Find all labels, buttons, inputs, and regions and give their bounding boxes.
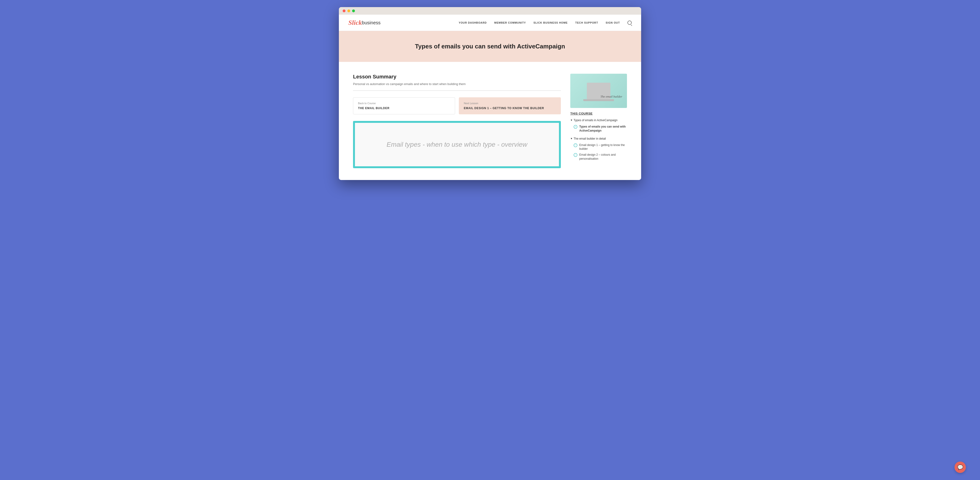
- browser-dot-yellow[interactable]: [347, 10, 350, 12]
- sidebar: The email builder THIS COURSE ▼ Types of…: [570, 74, 627, 165]
- site-header: Slick business YOUR DASHBOARD MEMBER COM…: [339, 14, 641, 31]
- back-course-card[interactable]: Back to Course THE EMAIL BUILDER: [353, 97, 455, 114]
- back-card-title: THE EMAIL BUILDER: [358, 107, 450, 110]
- check-icon-2-1: [574, 144, 578, 147]
- logo-slick: Slick: [348, 19, 362, 27]
- content-column: Lesson Summary Personal vs automation vs…: [353, 74, 561, 168]
- lesson-summary-desc: Personal vs automation vs campaign email…: [353, 82, 561, 86]
- nav-item-community[interactable]: MEMBER COMMUNITY: [494, 21, 526, 24]
- course-item-2-2[interactable]: Email design 2 – colours and personalisa…: [570, 152, 627, 162]
- section-toggle-1[interactable]: ▼ Types of emails in ActiveCampaign: [570, 119, 627, 122]
- course-item-label-2-1: Email design 1 – getting to know the bui…: [579, 143, 627, 151]
- page-hero: Types of emails you can send with Active…: [339, 31, 641, 62]
- nav-item-signout[interactable]: SIGN OUT: [606, 21, 620, 24]
- browser-dot-red[interactable]: [343, 10, 345, 12]
- logo-business: business: [362, 20, 381, 26]
- course-item-1-1[interactable]: Types of emails you can send with Active…: [570, 124, 627, 134]
- browser-dot-green[interactable]: [352, 10, 355, 12]
- chat-button[interactable]: 💬: [955, 462, 966, 473]
- browser-toolbar: [339, 7, 641, 14]
- course-section-2: ▼ The email builder in detail Email desi…: [570, 137, 627, 162]
- thumbnail-label: The email builder: [600, 95, 622, 99]
- logo: Slick business: [348, 19, 381, 27]
- course-section-1: ▼ Types of emails in ActiveCampaign Type…: [570, 119, 627, 134]
- browser-window: Slick business YOUR DASHBOARD MEMBER COM…: [339, 7, 641, 180]
- toggle-arrow-2: ▼: [570, 137, 573, 140]
- nav-item-dashboard[interactable]: YOUR DASHBOARD: [458, 21, 487, 24]
- video-text: Email types - when to use which type - o…: [387, 140, 527, 149]
- search-icon[interactable]: [627, 21, 632, 25]
- page-title: Types of emails you can send with Active…: [348, 43, 632, 50]
- course-item-label-2-2: Email design 2 – colours and personalisa…: [579, 153, 627, 161]
- course-item-2-1[interactable]: Email design 1 – getting to know the bui…: [570, 142, 627, 152]
- next-lesson-card[interactable]: Next Lesson EMAIL DESIGN 1 – GETTING TO …: [459, 97, 561, 114]
- next-card-title: EMAIL DESIGN 1 – GETTING TO KNOW THE BUI…: [464, 107, 556, 110]
- nav-item-home[interactable]: SLICK BUSINESS HOME: [533, 21, 568, 24]
- back-card-label: Back to Course: [358, 102, 450, 105]
- nav-item-support[interactable]: TECH SUPPORT: [575, 21, 598, 24]
- course-thumbnail: The email builder: [570, 74, 627, 108]
- chat-icon: 💬: [957, 464, 963, 470]
- check-icon-1-1: [574, 125, 578, 129]
- next-card-label: Next Lesson: [464, 102, 556, 105]
- video-preview[interactable]: Email types - when to use which type - o…: [353, 121, 561, 168]
- section-title-2: The email builder in detail: [574, 137, 606, 140]
- nav-cards: Back to Course THE EMAIL BUILDER Next Le…: [353, 97, 561, 114]
- section-toggle-2[interactable]: ▼ The email builder in detail: [570, 137, 627, 140]
- lesson-summary-title: Lesson Summary: [353, 74, 561, 80]
- this-course-title: THIS COURSE: [570, 112, 627, 115]
- check-icon-2-2: [574, 153, 578, 157]
- main-nav: YOUR DASHBOARD MEMBER COMMUNITY SLICK BU…: [458, 21, 632, 25]
- main-content: Lesson Summary Personal vs automation vs…: [339, 62, 641, 180]
- toggle-arrow-1: ▼: [570, 119, 573, 121]
- course-item-label-1-1: Types of emails you can send with Active…: [579, 125, 627, 133]
- section-title-1: Types of emails in ActiveCampaign: [574, 119, 617, 122]
